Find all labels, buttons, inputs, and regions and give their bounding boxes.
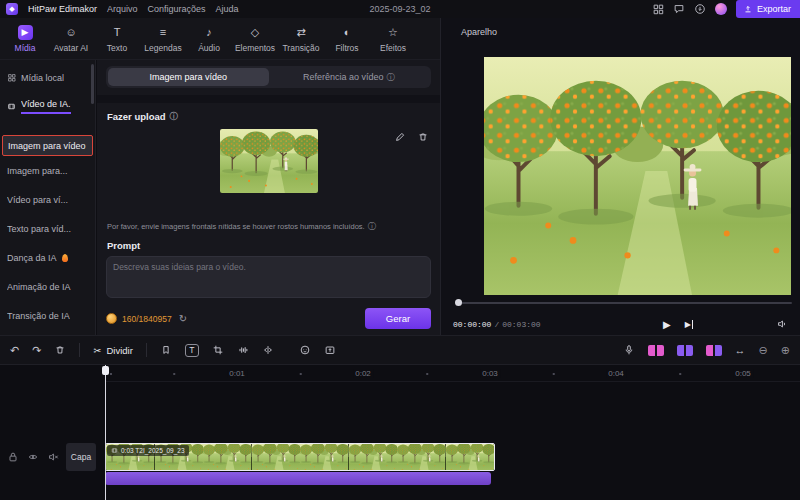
export-button[interactable]: Exportar xyxy=(736,0,800,18)
mute-track-icon[interactable] xyxy=(47,451,59,463)
tab-legendas[interactable]: ≡ Legendas xyxy=(140,18,186,59)
delete-button[interactable] xyxy=(54,344,66,356)
local-media-icon xyxy=(7,73,16,82)
speed-button[interactable] xyxy=(237,344,249,356)
crop-button[interactable] xyxy=(212,344,224,356)
media-ribbon: ▶ Mídia ☺ Avatar AI T Texto ≡ Legendas ♪… xyxy=(0,18,440,60)
toggle-visibility-icon[interactable] xyxy=(27,451,39,463)
tab-label: Transição xyxy=(282,43,319,53)
menu-ajuda[interactable]: Ajuda xyxy=(216,4,239,14)
clip-film-icon xyxy=(111,447,118,454)
scrubber-track[interactable] xyxy=(457,302,792,304)
fire-icon xyxy=(62,254,68,262)
sidebar-item-imagem-para-video[interactable]: Imagem para vídeo xyxy=(2,135,93,156)
refresh-credits-icon[interactable]: ↻ xyxy=(179,313,187,324)
upload-area[interactable] xyxy=(106,129,431,215)
cover-track-label[interactable]: Capa xyxy=(66,443,96,471)
volume-icon[interactable] xyxy=(776,318,788,330)
tab-texto[interactable]: T Texto xyxy=(94,18,140,59)
ruler-mark: 0:02 xyxy=(353,369,373,378)
tab-imagem-para-video[interactable]: Imagem para vídeo xyxy=(108,68,269,86)
tab-filtros[interactable]: ◐ Filtros xyxy=(324,18,370,59)
ruler-mark: 0:03 xyxy=(480,369,500,378)
clip-thumbnail xyxy=(349,444,398,470)
clip-tag: 0:03 T2I_2025_09_23 xyxy=(107,445,189,456)
sidebar-item-animacao-de-ia[interactable]: Animação de IA xyxy=(0,272,95,301)
cover-track-bar[interactable] xyxy=(105,472,491,485)
text-icon: T xyxy=(110,25,125,40)
track-view-toggle-icon[interactable] xyxy=(677,345,693,356)
prompt-title: Prompt xyxy=(107,240,140,251)
titlebar: HitPaw Edimakor Arquivo Configurações Aj… xyxy=(0,0,800,18)
info-icon[interactable]: ⓘ xyxy=(368,221,376,232)
avatar[interactable] xyxy=(715,3,727,15)
info-icon[interactable]: ⓘ xyxy=(170,111,178,122)
sidebar-scrollbar[interactable] xyxy=(91,64,94,104)
fit-timeline-button[interactable]: ↔ xyxy=(735,345,746,356)
scrubber-handle[interactable] xyxy=(455,299,462,306)
sidebar-item-video-de-ia[interactable]: Vídeo de IA. xyxy=(0,92,95,121)
transition-icon: ⇄ xyxy=(294,25,309,40)
uploaded-image-thumbnail[interactable] xyxy=(220,129,318,193)
tab-elementos[interactable]: ◇ Elementos xyxy=(232,18,278,59)
mirror-button[interactable] xyxy=(262,344,274,356)
tab-audio[interactable]: ♪ Áudio xyxy=(186,18,232,59)
app-logo-icon xyxy=(6,3,18,15)
clip-thumbnail xyxy=(252,444,301,470)
avatar-ai-icon: ☺ xyxy=(64,25,79,40)
menu-arquivo[interactable]: Arquivo xyxy=(107,4,138,14)
app-window: HitPaw Edimakor Arquivo Configurações Aj… xyxy=(0,0,800,500)
sidebar-item-video-para-video[interactable]: Vídeo para ví... xyxy=(0,185,95,214)
generate-button[interactable]: Gerar xyxy=(365,308,431,329)
prompt-input[interactable] xyxy=(106,256,431,298)
lock-track-icon[interactable] xyxy=(7,451,19,463)
toolbar-divider xyxy=(79,343,80,357)
layout-icon[interactable] xyxy=(652,3,664,15)
project-name: 2025-09-23_02 xyxy=(200,4,600,14)
track-view-toggle-icon[interactable] xyxy=(648,345,664,356)
redo-button[interactable]: ↷ xyxy=(32,345,41,356)
tab-label: Elementos xyxy=(235,43,275,53)
tab-transicao[interactable]: ⇄ Transição xyxy=(278,18,324,59)
upload-arrow-icon xyxy=(743,4,753,14)
sidebar-item-texto-para-video[interactable]: Texto para víd... xyxy=(0,214,95,243)
tab-avatar-ai[interactable]: ☺ Avatar AI xyxy=(48,18,94,59)
tab-label: Efeitos xyxy=(380,43,406,53)
split-button[interactable]: ✂ Dividir xyxy=(93,345,132,356)
zoom-in-button[interactable]: ⊕ xyxy=(781,345,790,356)
tab-label: Avatar AI xyxy=(54,43,88,53)
marker-button[interactable] xyxy=(160,344,172,356)
timeline-ruler[interactable]: 0:01 0:02 0:03 0:04 0:05 xyxy=(105,365,800,382)
video-clip[interactable]: 0:03 T2I_2025_09_23 xyxy=(105,443,495,471)
download-icon[interactable] xyxy=(694,3,706,15)
snapshot-button[interactable] xyxy=(324,344,336,356)
face-track-button[interactable] xyxy=(299,344,311,356)
playhead[interactable] xyxy=(105,365,106,500)
video-preview[interactable] xyxy=(484,57,791,295)
effects-icon: ☆ xyxy=(386,25,401,40)
mode-toggle: Imagem para vídeo Referência ao vídeo ⓘ xyxy=(106,66,431,88)
menu-configuracoes[interactable]: Configurações xyxy=(148,4,206,14)
play-button[interactable]: ▶ xyxy=(663,319,671,330)
sidebar-item-midia-local[interactable]: Mídia local xyxy=(0,63,95,92)
sidebar-item-danca-da-ia[interactable]: Dança da IA xyxy=(0,243,95,272)
tab-label: Áudio xyxy=(198,43,220,53)
feedback-icon[interactable] xyxy=(673,3,685,15)
tab-efeitos[interactable]: ☆ Efeitos xyxy=(370,18,416,59)
edit-image-icon[interactable] xyxy=(394,131,406,143)
zoom-out-button[interactable]: ⊖ xyxy=(759,345,768,356)
next-frame-button[interactable]: ▶ xyxy=(685,320,693,329)
clip-thumbnail xyxy=(397,444,446,470)
tab-referencia-ao-video[interactable]: Referência ao vídeo ⓘ xyxy=(269,68,430,86)
undo-button[interactable]: ↶ xyxy=(10,345,19,356)
record-voice-button[interactable] xyxy=(623,344,635,356)
text-tool-button[interactable]: T xyxy=(185,344,199,357)
track-view-toggle-icon[interactable] xyxy=(706,345,722,356)
sidebar-item-transicao-de-ia[interactable]: Transição de IA xyxy=(0,301,95,330)
preview-panel: Aparelho 00:00:00 / 00:03:00 ▶ ▶ xyxy=(440,18,800,335)
ruler-mark: 0:05 xyxy=(733,369,753,378)
sidebar-item-imagem-para[interactable]: Imagem para... xyxy=(0,156,95,185)
tab-midia[interactable]: ▶ Mídia xyxy=(2,18,48,59)
delete-image-icon[interactable] xyxy=(417,131,429,143)
toolbar-divider xyxy=(146,343,147,357)
